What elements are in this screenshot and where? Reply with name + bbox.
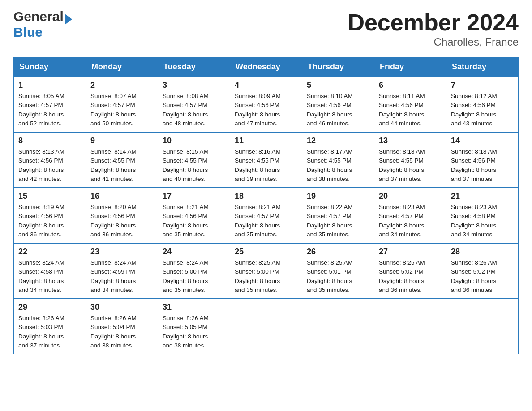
calendar-cell: 11Sunrise: 8:16 AMSunset: 4:55 PMDayligh…: [230, 132, 302, 188]
day-number: 29: [18, 303, 81, 312]
calendar-cell: 26Sunrise: 8:25 AMSunset: 5:01 PMDayligh…: [302, 243, 374, 299]
day-number: 7: [451, 81, 514, 90]
week-row-5: 29Sunrise: 8:26 AMSunset: 5:03 PMDayligh…: [14, 299, 519, 354]
day-info: Sunrise: 8:05 AMSunset: 4:57 PMDaylight:…: [18, 92, 81, 128]
day-number: 16: [90, 192, 153, 201]
logo-arrow-icon: [65, 14, 72, 25]
day-info: Sunrise: 8:14 AMSunset: 4:55 PMDaylight:…: [90, 147, 153, 184]
calendar-cell: [446, 299, 519, 354]
calendar-subtitle: Charolles, France: [348, 36, 519, 48]
week-row-1: 1Sunrise: 8:05 AMSunset: 4:57 PMDaylight…: [14, 77, 519, 132]
calendar-header-row: SundayMondayTuesdayWednesdayThursdayFrid…: [14, 58, 519, 77]
col-header-friday: Friday: [374, 58, 446, 77]
calendar-cell: 17Sunrise: 8:21 AMSunset: 4:56 PMDayligh…: [158, 188, 230, 243]
calendar-cell: 29Sunrise: 8:26 AMSunset: 5:03 PMDayligh…: [14, 299, 86, 354]
calendar-cell: 23Sunrise: 8:24 AMSunset: 4:59 PMDayligh…: [86, 243, 158, 299]
day-number: 10: [163, 136, 225, 146]
day-info: Sunrise: 8:10 AMSunset: 4:56 PMDaylight:…: [307, 92, 369, 128]
day-info: Sunrise: 8:25 AMSunset: 5:00 PMDaylight:…: [235, 258, 297, 295]
calendar-cell: 10Sunrise: 8:15 AMSunset: 4:55 PMDayligh…: [158, 132, 230, 188]
day-info: Sunrise: 8:20 AMSunset: 4:56 PMDaylight:…: [90, 203, 153, 239]
calendar-cell: 6Sunrise: 8:11 AMSunset: 4:56 PMDaylight…: [374, 77, 446, 132]
col-header-saturday: Saturday: [446, 58, 519, 77]
day-info: Sunrise: 8:07 AMSunset: 4:57 PMDaylight:…: [90, 92, 153, 128]
page-header: General Blue December 2024 Charolles, Fr…: [13, 9, 519, 48]
calendar-cell: 28Sunrise: 8:26 AMSunset: 5:02 PMDayligh…: [446, 243, 519, 299]
calendar-cell: 25Sunrise: 8:25 AMSunset: 5:00 PMDayligh…: [230, 243, 302, 299]
day-number: 5: [307, 81, 369, 90]
week-row-3: 15Sunrise: 8:19 AMSunset: 4:56 PMDayligh…: [14, 188, 519, 243]
day-info: Sunrise: 8:12 AMSunset: 4:56 PMDaylight:…: [451, 92, 514, 128]
day-number: 13: [379, 136, 442, 146]
calendar-cell: 12Sunrise: 8:17 AMSunset: 4:55 PMDayligh…: [302, 132, 374, 188]
logo-line1: General: [13, 9, 72, 25]
calendar-cell: 16Sunrise: 8:20 AMSunset: 4:56 PMDayligh…: [86, 188, 158, 243]
day-number: 17: [163, 192, 225, 201]
calendar-cell: [302, 299, 374, 354]
col-header-thursday: Thursday: [302, 58, 374, 77]
day-number: 9: [90, 136, 153, 146]
col-header-monday: Monday: [86, 58, 158, 77]
day-number: 14: [451, 136, 514, 146]
day-number: 22: [18, 247, 81, 257]
day-number: 15: [18, 192, 81, 201]
day-number: 26: [307, 247, 369, 257]
day-number: 11: [235, 136, 297, 146]
title-block: December 2024 Charolles, France: [348, 9, 519, 48]
day-info: Sunrise: 8:21 AMSunset: 4:56 PMDaylight:…: [163, 203, 225, 239]
calendar-cell: 9Sunrise: 8:14 AMSunset: 4:55 PMDaylight…: [86, 132, 158, 188]
day-number: 19: [307, 192, 369, 201]
calendar-cell: 18Sunrise: 8:21 AMSunset: 4:57 PMDayligh…: [230, 188, 302, 243]
day-number: 21: [451, 192, 514, 201]
calendar-title: December 2024: [348, 9, 519, 36]
day-info: Sunrise: 8:26 AMSunset: 5:05 PMDaylight:…: [163, 314, 225, 350]
day-number: 31: [163, 303, 225, 312]
calendar-cell: 22Sunrise: 8:24 AMSunset: 4:58 PMDayligh…: [14, 243, 86, 299]
day-info: Sunrise: 8:26 AMSunset: 5:04 PMDaylight:…: [90, 314, 153, 350]
calendar-cell: 13Sunrise: 8:18 AMSunset: 4:55 PMDayligh…: [374, 132, 446, 188]
day-number: 24: [163, 247, 225, 257]
day-number: 12: [307, 136, 369, 146]
day-number: 18: [235, 192, 297, 201]
col-header-sunday: Sunday: [14, 58, 86, 77]
calendar-table: SundayMondayTuesdayWednesdayThursdayFrid…: [13, 57, 519, 354]
day-number: 2: [90, 81, 153, 90]
day-number: 30: [90, 303, 153, 312]
day-info: Sunrise: 8:26 AMSunset: 5:02 PMDaylight:…: [451, 258, 514, 295]
calendar-cell: 14Sunrise: 8:18 AMSunset: 4:56 PMDayligh…: [446, 132, 519, 188]
day-info: Sunrise: 8:09 AMSunset: 4:56 PMDaylight:…: [235, 92, 297, 128]
calendar-cell: 1Sunrise: 8:05 AMSunset: 4:57 PMDaylight…: [14, 77, 86, 132]
day-info: Sunrise: 8:11 AMSunset: 4:56 PMDaylight:…: [379, 92, 442, 128]
day-info: Sunrise: 8:15 AMSunset: 4:55 PMDaylight:…: [163, 147, 225, 184]
calendar-cell: 20Sunrise: 8:23 AMSunset: 4:57 PMDayligh…: [374, 188, 446, 243]
week-row-4: 22Sunrise: 8:24 AMSunset: 4:58 PMDayligh…: [14, 243, 519, 299]
day-number: 23: [90, 247, 153, 257]
logo-line2: Blue: [13, 25, 72, 39]
day-number: 20: [379, 192, 442, 201]
calendar-cell: 2Sunrise: 8:07 AMSunset: 4:57 PMDaylight…: [86, 77, 158, 132]
day-info: Sunrise: 8:24 AMSunset: 4:59 PMDaylight:…: [90, 258, 153, 295]
calendar-cell: 8Sunrise: 8:13 AMSunset: 4:56 PMDaylight…: [14, 132, 86, 188]
calendar-cell: 24Sunrise: 8:24 AMSunset: 5:00 PMDayligh…: [158, 243, 230, 299]
day-info: Sunrise: 8:21 AMSunset: 4:57 PMDaylight:…: [235, 203, 297, 239]
calendar-cell: [374, 299, 446, 354]
day-number: 4: [235, 81, 297, 90]
calendar-cell: 21Sunrise: 8:23 AMSunset: 4:58 PMDayligh…: [446, 188, 519, 243]
day-info: Sunrise: 8:08 AMSunset: 4:57 PMDaylight:…: [163, 92, 225, 128]
calendar-cell: 15Sunrise: 8:19 AMSunset: 4:56 PMDayligh…: [14, 188, 86, 243]
day-info: Sunrise: 8:24 AMSunset: 5:00 PMDaylight:…: [163, 258, 225, 295]
calendar-cell: 31Sunrise: 8:26 AMSunset: 5:05 PMDayligh…: [158, 299, 230, 354]
day-info: Sunrise: 8:26 AMSunset: 5:03 PMDaylight:…: [18, 314, 81, 350]
day-number: 25: [235, 247, 297, 257]
day-info: Sunrise: 8:18 AMSunset: 4:55 PMDaylight:…: [379, 147, 442, 184]
day-info: Sunrise: 8:23 AMSunset: 4:57 PMDaylight:…: [379, 203, 442, 239]
day-info: Sunrise: 8:19 AMSunset: 4:56 PMDaylight:…: [18, 203, 81, 239]
col-header-wednesday: Wednesday: [230, 58, 302, 77]
week-row-2: 8Sunrise: 8:13 AMSunset: 4:56 PMDaylight…: [14, 132, 519, 188]
day-number: 3: [163, 81, 225, 90]
calendar-cell: 19Sunrise: 8:22 AMSunset: 4:57 PMDayligh…: [302, 188, 374, 243]
calendar-cell: 7Sunrise: 8:12 AMSunset: 4:56 PMDaylight…: [446, 77, 519, 132]
day-info: Sunrise: 8:24 AMSunset: 4:58 PMDaylight:…: [18, 258, 81, 295]
day-info: Sunrise: 8:25 AMSunset: 5:01 PMDaylight:…: [307, 258, 369, 295]
day-number: 27: [379, 247, 442, 257]
